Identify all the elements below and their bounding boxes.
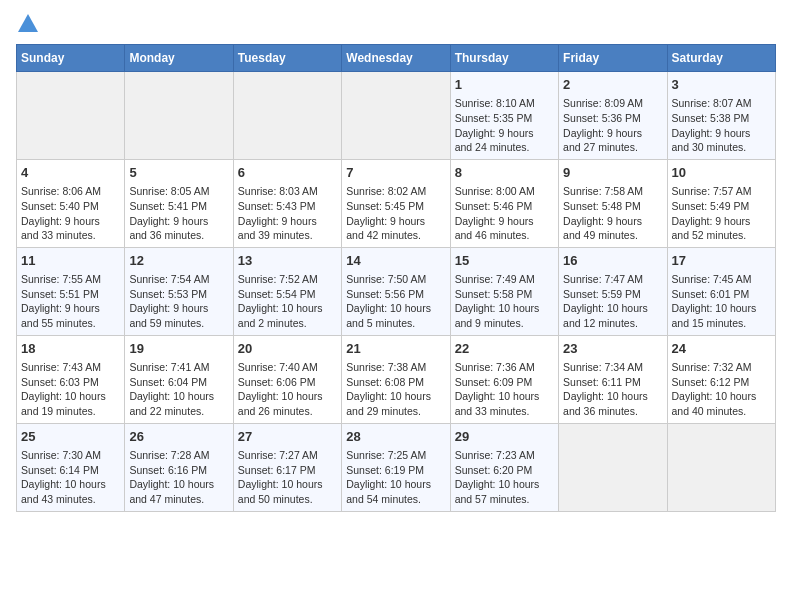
day-content-line: Sunset: 6:19 PM	[346, 464, 424, 476]
day-number: 18	[21, 340, 120, 358]
day-content: Sunrise: 7:30 AMSunset: 6:14 PMDaylight:…	[21, 448, 120, 507]
weekday-header-monday: Monday	[125, 45, 233, 72]
calendar-day-cell: 10Sunrise: 7:57 AMSunset: 5:49 PMDayligh…	[667, 159, 775, 247]
calendar-day-cell: 26Sunrise: 7:28 AMSunset: 6:16 PMDayligh…	[125, 423, 233, 511]
day-content-line: Daylight: 9 hours	[129, 302, 208, 314]
calendar-day-cell: 5Sunrise: 8:05 AMSunset: 5:41 PMDaylight…	[125, 159, 233, 247]
day-content: Sunrise: 7:52 AMSunset: 5:54 PMDaylight:…	[238, 272, 337, 331]
day-number: 15	[455, 252, 554, 270]
calendar-day-cell: 16Sunrise: 7:47 AMSunset: 5:59 PMDayligh…	[559, 247, 667, 335]
day-content-line: Sunset: 5:51 PM	[21, 288, 99, 300]
day-content-line: Sunrise: 7:47 AM	[563, 273, 643, 285]
calendar-day-cell: 22Sunrise: 7:36 AMSunset: 6:09 PMDayligh…	[450, 335, 558, 423]
page-header	[16, 16, 776, 32]
calendar-day-cell: 6Sunrise: 8:03 AMSunset: 5:43 PMDaylight…	[233, 159, 341, 247]
day-content-line: and 55 minutes.	[21, 317, 96, 329]
day-content: Sunrise: 7:41 AMSunset: 6:04 PMDaylight:…	[129, 360, 228, 419]
weekday-header-wednesday: Wednesday	[342, 45, 450, 72]
day-content-line: Sunset: 6:09 PM	[455, 376, 533, 388]
calendar-day-cell: 4Sunrise: 8:06 AMSunset: 5:40 PMDaylight…	[17, 159, 125, 247]
day-content: Sunrise: 7:49 AMSunset: 5:58 PMDaylight:…	[455, 272, 554, 331]
day-content-line: Sunrise: 7:32 AM	[672, 361, 752, 373]
day-content-line: and 40 minutes.	[672, 405, 747, 417]
day-content-line: and 47 minutes.	[129, 493, 204, 505]
day-content-line: Sunset: 5:59 PM	[563, 288, 641, 300]
day-content-line: and 49 minutes.	[563, 229, 638, 241]
day-content-line: and 24 minutes.	[455, 141, 530, 153]
day-content-line: Sunrise: 7:49 AM	[455, 273, 535, 285]
day-content-line: Daylight: 9 hours	[455, 127, 534, 139]
day-content-line: and 22 minutes.	[129, 405, 204, 417]
day-content-line: Sunrise: 8:10 AM	[455, 97, 535, 109]
day-number: 3	[672, 76, 771, 94]
day-content-line: Daylight: 9 hours	[21, 215, 100, 227]
day-content-line: Daylight: 9 hours	[238, 215, 317, 227]
day-content: Sunrise: 7:28 AMSunset: 6:16 PMDaylight:…	[129, 448, 228, 507]
day-content-line: Sunrise: 7:27 AM	[238, 449, 318, 461]
day-content: Sunrise: 7:47 AMSunset: 5:59 PMDaylight:…	[563, 272, 662, 331]
day-content-line: Sunset: 5:48 PM	[563, 200, 641, 212]
day-content-line: and 9 minutes.	[455, 317, 524, 329]
day-number: 14	[346, 252, 445, 270]
day-content-line: Sunset: 5:49 PM	[672, 200, 750, 212]
day-content-line: Daylight: 9 hours	[346, 215, 425, 227]
day-number: 16	[563, 252, 662, 270]
day-content-line: Sunrise: 7:28 AM	[129, 449, 209, 461]
day-number: 27	[238, 428, 337, 446]
day-content: Sunrise: 8:03 AMSunset: 5:43 PMDaylight:…	[238, 184, 337, 243]
calendar-day-cell: 1Sunrise: 8:10 AMSunset: 5:35 PMDaylight…	[450, 72, 558, 160]
day-content-line: Sunset: 5:43 PM	[238, 200, 316, 212]
day-content-line: Daylight: 9 hours	[672, 215, 751, 227]
day-number: 7	[346, 164, 445, 182]
calendar-body: 1Sunrise: 8:10 AMSunset: 5:35 PMDaylight…	[17, 72, 776, 512]
day-content-line: Daylight: 10 hours	[672, 302, 757, 314]
day-content: Sunrise: 7:25 AMSunset: 6:19 PMDaylight:…	[346, 448, 445, 507]
day-content-line: and 42 minutes.	[346, 229, 421, 241]
day-content-line: Daylight: 10 hours	[455, 390, 540, 402]
calendar-day-cell: 15Sunrise: 7:49 AMSunset: 5:58 PMDayligh…	[450, 247, 558, 335]
day-number: 26	[129, 428, 228, 446]
calendar-day-cell: 14Sunrise: 7:50 AMSunset: 5:56 PMDayligh…	[342, 247, 450, 335]
calendar-day-cell: 24Sunrise: 7:32 AMSunset: 6:12 PMDayligh…	[667, 335, 775, 423]
logo-icon	[18, 14, 38, 32]
day-number: 9	[563, 164, 662, 182]
calendar-day-cell: 23Sunrise: 7:34 AMSunset: 6:11 PMDayligh…	[559, 335, 667, 423]
calendar-day-cell	[17, 72, 125, 160]
weekday-header-saturday: Saturday	[667, 45, 775, 72]
day-content: Sunrise: 8:07 AMSunset: 5:38 PMDaylight:…	[672, 96, 771, 155]
calendar-day-cell: 28Sunrise: 7:25 AMSunset: 6:19 PMDayligh…	[342, 423, 450, 511]
logo	[16, 16, 38, 32]
day-content-line: Sunrise: 8:00 AM	[455, 185, 535, 197]
day-number: 25	[21, 428, 120, 446]
calendar-table: SundayMondayTuesdayWednesdayThursdayFrid…	[16, 44, 776, 512]
calendar-week-row: 4Sunrise: 8:06 AMSunset: 5:40 PMDaylight…	[17, 159, 776, 247]
calendar-day-cell: 2Sunrise: 8:09 AMSunset: 5:36 PMDaylight…	[559, 72, 667, 160]
day-content-line: Daylight: 10 hours	[129, 390, 214, 402]
day-number: 23	[563, 340, 662, 358]
day-content: Sunrise: 7:50 AMSunset: 5:56 PMDaylight:…	[346, 272, 445, 331]
day-content-line: Sunrise: 7:54 AM	[129, 273, 209, 285]
day-content-line: and 59 minutes.	[129, 317, 204, 329]
weekday-header-row: SundayMondayTuesdayWednesdayThursdayFrid…	[17, 45, 776, 72]
day-content-line: Sunrise: 7:50 AM	[346, 273, 426, 285]
day-content-line: Daylight: 10 hours	[455, 478, 540, 490]
day-number: 21	[346, 340, 445, 358]
day-content-line: and 43 minutes.	[21, 493, 96, 505]
day-content-line: Sunrise: 7:30 AM	[21, 449, 101, 461]
day-number: 10	[672, 164, 771, 182]
calendar-day-cell: 17Sunrise: 7:45 AMSunset: 6:01 PMDayligh…	[667, 247, 775, 335]
day-content-line: and 36 minutes.	[563, 405, 638, 417]
day-content-line: and 29 minutes.	[346, 405, 421, 417]
day-content-line: Daylight: 10 hours	[346, 390, 431, 402]
day-number: 19	[129, 340, 228, 358]
day-content-line: and 30 minutes.	[672, 141, 747, 153]
calendar-day-cell: 18Sunrise: 7:43 AMSunset: 6:03 PMDayligh…	[17, 335, 125, 423]
day-content: Sunrise: 7:43 AMSunset: 6:03 PMDaylight:…	[21, 360, 120, 419]
day-content-line: Sunset: 5:46 PM	[455, 200, 533, 212]
day-content: Sunrise: 7:27 AMSunset: 6:17 PMDaylight:…	[238, 448, 337, 507]
day-content-line: and 54 minutes.	[346, 493, 421, 505]
day-content-line: and 5 minutes.	[346, 317, 415, 329]
day-content-line: Sunset: 5:35 PM	[455, 112, 533, 124]
day-content-line: Daylight: 10 hours	[238, 390, 323, 402]
day-content-line: Sunrise: 7:41 AM	[129, 361, 209, 373]
